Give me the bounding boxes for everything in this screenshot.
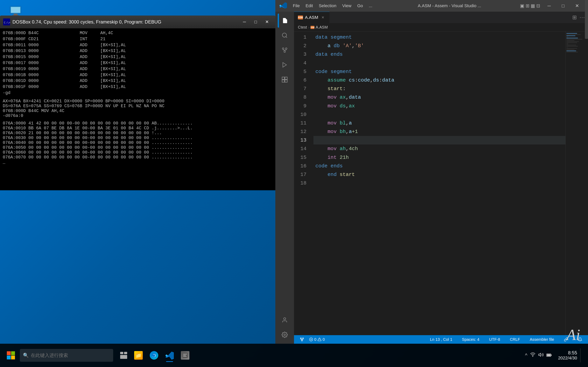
search-bar[interactable]: 🔍 [20,349,113,362]
clock[interactable]: 8:55 2022/4/30 [555,350,580,361]
vscode-close-button[interactable]: ✕ [570,1,584,10]
tray-volume-icon[interactable] [538,352,544,359]
activity-search[interactable] [278,28,292,42]
minimap-line [566,42,577,43]
taskbar-explorer-button[interactable]: 📁 [131,348,146,363]
code-line-17: end start [313,170,565,179]
svg-marker-16 [283,63,287,67]
activity-extensions[interactable] [278,73,292,87]
dosbox-line-7: 076B:001B 0000 ADD [BX+SI],AL [3,72,273,78]
ln-13: 13 [294,136,306,144]
mem-line-2: 076A:0020 21 00 00 00 00 00 00 00-00 00 … [3,131,273,135]
minimap-line [566,39,582,40]
dosbox-minimize-button[interactable]: ─ [239,18,250,26]
ln-4: 4 [294,59,306,67]
activity-source-control[interactable] [278,43,292,57]
activity-explorer[interactable] [278,14,292,28]
code-area[interactable]: data segment a db 'A','B' data ends code… [310,32,565,335]
mem-line-7: 076A:0070 00 00 00 00 00 00 00 00-00 00 … [3,155,273,160]
minimap-line [566,49,574,50]
activity-run[interactable] [278,58,292,72]
editor-scrollbar[interactable] [585,32,588,335]
ln-8: 8 [294,93,306,101]
svg-rect-42 [183,356,186,357]
svg-rect-34 [7,356,11,359]
ln-17: 17 [294,170,306,179]
vscode-maximize-button[interactable]: □ [556,1,570,10]
svg-rect-38 [120,355,127,359]
tabs-bar: ASM A.ASM ✕ ⊞ ⋯ [294,12,588,23]
taskbar-other-button[interactable] [178,348,192,363]
ln-14: 14 [294,144,306,153]
menu-edit[interactable]: Edit [303,2,316,9]
ln-18: 18 [294,179,306,187]
dosbox-line-4: 076B:0015 0000 ADD [BX+SI],AL [3,54,273,60]
taskbar-taskview-button[interactable] [116,348,131,363]
dosbox-content[interactable]: 076B:000D B44C MOV AH,4C 076B:000F CD21 … [0,28,275,190]
clock-date: 2022/4/30 [558,356,577,361]
minimap-line [566,47,568,48]
code-line-3: data ends [313,50,565,59]
statusbar-language[interactable]: Assembler file [528,335,556,344]
start-button[interactable] [4,348,18,362]
system-tray: ^ [522,352,555,359]
code-line-9: mov ds,ax [313,102,565,110]
menu-selection[interactable]: Selection [316,2,339,9]
svg-point-23 [301,340,303,341]
dosbox-line-6: 076B:0019 0000 ADD [BX+SI],AL [3,66,273,72]
breadcrumb-asm-item[interactable]: ASM A.ASM [311,25,328,30]
activity-settings[interactable] [278,328,292,342]
tab-asm[interactable]: ASM A.ASM ✕ [294,12,329,23]
layout-icon-2[interactable]: ⊞ [526,3,529,8]
svg-rect-2 [14,14,17,15]
taskbar-edge-button[interactable] [147,348,161,363]
status-ln: 13 [436,337,440,342]
activity-account[interactable] [278,313,292,327]
vscode-window-title: A.ASM - Assem - Visual Studio ... [379,3,520,8]
svg-marker-44 [539,353,541,356]
vscode-minimize-button[interactable]: ─ [542,1,556,10]
statusbar-source-control[interactable] [298,335,306,344]
layout-icon-4[interactable]: ⊟ [536,3,540,8]
minimap-line [566,41,579,42]
d-cmd-line: -d076a:0 [3,113,273,118]
dosbox-title-text: DOSBox 0.74, Cpu speed: 3000 cycles, Fra… [12,19,239,25]
statusbar-errors[interactable]: 0 0 [307,335,327,344]
taskbar-vscode-button[interactable] [162,348,177,363]
layout-icon-1[interactable]: ▣ [520,3,524,8]
tab-asm-icon: ASM [298,16,303,19]
svg-rect-37 [124,352,127,354]
warning-icon [318,337,321,341]
scrollbar-thumb[interactable] [585,32,588,39]
layout-icon-3[interactable]: ▦ [531,3,535,8]
statusbar-line-ending[interactable]: CRLF [508,335,522,344]
search-input[interactable] [31,353,110,358]
menu-go[interactable]: Go [355,2,365,9]
menu-file[interactable]: File [290,2,302,9]
breadcrumb-asm[interactable]: A.ASM [316,25,328,30]
tray-network-icon[interactable] [530,352,536,359]
menu-view[interactable]: View [339,2,354,9]
statusbar-ln-col[interactable]: Ln 13, Col 1 [428,335,454,344]
tray-battery-icon[interactable] [546,352,552,359]
dosbox-line-8: 076B:001D 0000 ADD [BX+SI],AL [3,78,273,84]
tray-chevron[interactable]: ^ [525,352,527,359]
show-desktop-button[interactable] [580,348,584,362]
dosbox-maximize-button[interactable]: □ [251,18,261,26]
error-count: 0 [314,337,316,342]
split-editor-icon[interactable]: ⊞ [572,14,577,21]
dosbox-line-0: 076B:000D B44C MOV AH,4C [3,30,273,36]
menu-more[interactable]: ... [366,2,375,9]
taskbar-apps: 📁 [131,348,192,363]
minimap-line [566,35,575,36]
statusbar-spaces[interactable]: Spaces: 4 [460,335,481,344]
dosbox-close-button[interactable]: ✕ [262,18,272,26]
more-actions-icon[interactable]: ⋯ [579,14,585,21]
svg-rect-18 [285,77,287,79]
minimap-line [566,52,578,52]
vscode-layout-icons: ▣ ⊞ ▦ ⊟ [520,3,540,8]
statusbar-encoding[interactable]: UTF-8 [487,335,502,344]
breadcrumb-ctest[interactable]: Ctest [298,25,307,30]
editor-content[interactable]: 1 2 3 4 5 6 7 8 9 10 11 12 13 14 [294,32,588,335]
tab-asm-close[interactable]: ✕ [320,15,326,20]
